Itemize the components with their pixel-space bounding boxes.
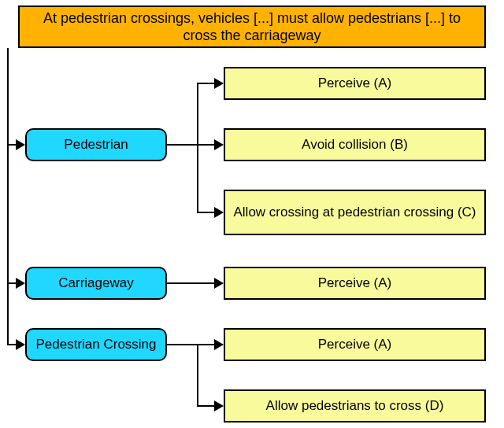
entity-pedestrian-label: Pedestrian (64, 136, 128, 153)
arrow-to-pedcross (16, 339, 25, 350)
title-text: At pedestrian crossings, vehicles [...] … (26, 9, 478, 45)
entity-pedcross-label: Pedestrian Crossing (35, 336, 156, 352)
carr-out (167, 282, 216, 284)
leaf-pedcross-allow-label: Allow pedestrians to cross (D) (266, 397, 444, 414)
leaf-pedcross-perceive-label: Perceive (A) (318, 336, 392, 352)
ped-leafC-arrow (214, 207, 224, 218)
entity-pedcross: Pedestrian Crossing (25, 328, 167, 361)
entity-pedestrian: Pedestrian (25, 128, 167, 161)
pedcross-out (167, 344, 198, 345)
pedcross-vert (197, 344, 198, 406)
leaf-pedestrian-perceive-label: Perceive (A) (318, 75, 392, 91)
entity-carriageway-label: Carriageway (58, 275, 133, 291)
leaf-pedcross-perceive: Perceive (A) (224, 328, 486, 361)
pedcross-leafD-arrow (214, 400, 224, 411)
leaf-pedestrian-avoid: Avoid collision (B) (224, 128, 486, 161)
ped-leafA-h (197, 83, 216, 84)
ped-leafB-h (197, 144, 216, 146)
leaf-pedestrian-avoid-label: Avoid collision (B) (302, 136, 408, 153)
leaf-pedestrian-perceive: Perceive (A) (224, 67, 486, 100)
leaf-carriageway-perceive-label: Perceive (A) (318, 275, 392, 291)
arrow-to-carriageway (16, 278, 25, 289)
ped-leafB-arrow (214, 139, 224, 150)
pedcross-leafA-h (197, 344, 216, 345)
leaf-pedcross-allow: Allow pedestrians to cross (D) (224, 389, 486, 422)
title-box: At pedestrian crossings, vehicles [...] … (18, 6, 486, 48)
carr-leaf-arrow (214, 278, 224, 289)
pedcross-leafD-h (197, 405, 216, 407)
ped-out (167, 144, 198, 146)
trunk-line (7, 48, 9, 345)
leaf-pedestrian-allow: Allow crossing at pedestrian crossing (C… (224, 190, 486, 235)
arrow-to-pedestrian (16, 139, 25, 150)
leaf-carriageway-perceive: Perceive (A) (224, 267, 486, 300)
ped-leafA-arrow (214, 78, 224, 89)
ped-vert (197, 83, 198, 213)
entity-carriageway: Carriageway (25, 267, 167, 300)
pedcross-leafA-arrow (214, 339, 224, 350)
leaf-pedestrian-allow-label: Allow crossing at pedestrian crossing (C… (233, 204, 476, 220)
ped-leafC-h (197, 212, 216, 213)
